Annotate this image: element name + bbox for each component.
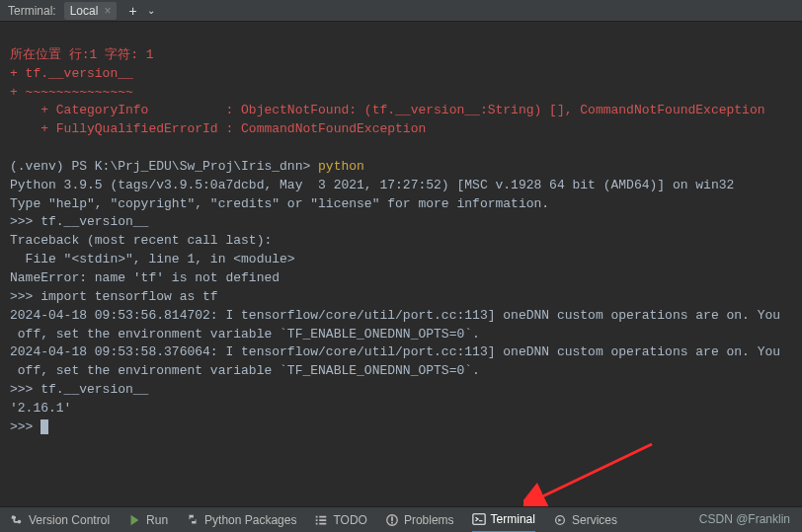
repl-prompt: >>>	[10, 419, 48, 434]
watermark: CSDN @Franklin	[699, 512, 790, 526]
chevron-down-icon[interactable]: ⌄	[143, 5, 159, 16]
tool-label: Python Packages	[204, 513, 296, 527]
svg-rect-3	[391, 521, 393, 523]
log-line: 2024-04-18 09:53:56.814702: I tensorflow…	[10, 308, 780, 323]
traceback-line: NameError: name 'tf' is not defined	[10, 270, 280, 285]
version-output: '2.16.1'	[10, 401, 71, 416]
branch-icon	[10, 513, 24, 527]
close-icon[interactable]: ×	[104, 4, 111, 18]
repl-line: >>> tf.__version__	[10, 382, 148, 397]
terminal-icon	[472, 512, 486, 526]
svg-rect-2	[391, 516, 393, 520]
tool-label: TODO	[333, 513, 366, 527]
error-line: + CategoryInfo : ObjectNotFound: (tf.__v…	[10, 103, 765, 117]
tool-python-packages[interactable]: Python Packages	[186, 513, 296, 527]
ps-prompt: (.venv) PS K:\Prj_EDU\Sw_Proj\Iris_dnn>	[10, 159, 318, 174]
error-line: + FullyQualifiedErrorId : CommandNotFoun…	[10, 121, 426, 136]
tool-version-control[interactable]: Version Control	[10, 513, 110, 527]
tool-terminal[interactable]: Terminal	[472, 507, 535, 533]
log-line: off, set the environment variable `TF_EN…	[10, 327, 480, 342]
log-line: 2024-04-18 09:53:58.376064: I tensorflow…	[10, 344, 780, 359]
list-icon	[314, 513, 328, 527]
terminal-output[interactable]: 所在位置 行:1 字符: 1 + tf.__version__ + ~~~~~~…	[0, 22, 802, 505]
python-icon	[186, 513, 200, 527]
tool-label: Run	[146, 513, 168, 527]
tool-label: Services	[572, 513, 617, 527]
tool-todo[interactable]: TODO	[314, 513, 366, 527]
services-icon	[553, 513, 567, 527]
traceback-line: File "<stdin>", line 1, in <module>	[10, 252, 295, 266]
tool-problems[interactable]: Problems	[385, 513, 454, 527]
error-line: + ~~~~~~~~~~~~~~	[10, 85, 133, 100]
tab-label: Local	[70, 4, 99, 18]
python-banner: Type "help", "copyright", "credits" or "…	[10, 196, 549, 211]
terminal-tab-local[interactable]: Local ×	[64, 2, 118, 20]
tool-label: Problems	[404, 513, 454, 527]
tool-label: Terminal	[491, 512, 535, 526]
cursor	[40, 419, 48, 434]
prompt-line: (.venv) PS K:\Prj_EDU\Sw_Proj\Iris_dnn> …	[10, 159, 364, 174]
panel-title: Terminal:	[8, 4, 56, 18]
terminal-tab-bar: Terminal: Local × + ⌄	[0, 0, 802, 22]
traceback-line: Traceback (most recent call last):	[10, 233, 272, 248]
python-banner: Python 3.9.5 (tags/v3.9.5:0a7dcbd, May 3…	[10, 178, 734, 192]
tool-services[interactable]: Services	[553, 513, 617, 527]
error-line: + tf.__version__	[10, 66, 133, 81]
new-tab-button[interactable]: +	[122, 3, 142, 19]
command: python	[318, 159, 364, 174]
log-line: off, set the environment variable `TF_EN…	[10, 363, 480, 378]
repl-line: >>> tf.__version__	[10, 214, 148, 229]
tool-label: Version Control	[29, 513, 110, 527]
repl-line: >>> import tensorflow as tf	[10, 289, 218, 304]
tool-run[interactable]: Run	[127, 513, 168, 527]
warning-icon	[385, 513, 399, 527]
play-icon	[127, 513, 141, 527]
blank-line	[10, 140, 18, 155]
error-line: 所在位置 行:1 字符: 1	[10, 47, 154, 62]
tool-window-bar: Version Control Run Python Packages TODO…	[0, 506, 802, 532]
